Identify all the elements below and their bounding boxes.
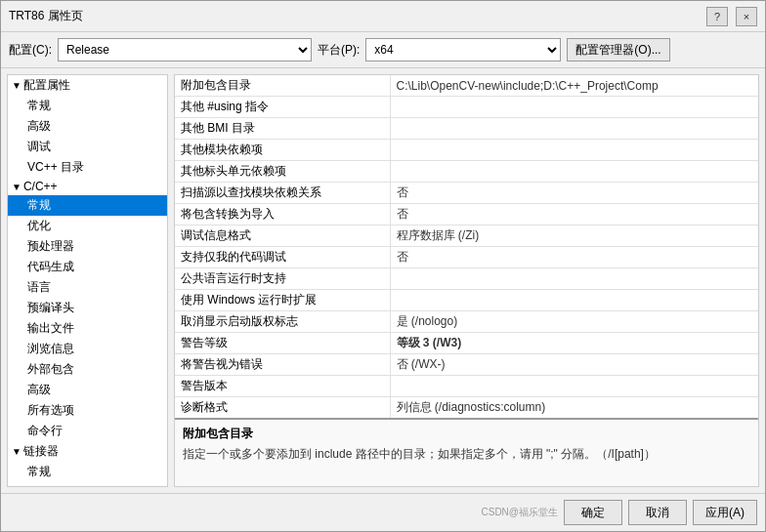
sidebar-item-preprocessor[interactable]: 预处理器: [8, 236, 167, 257]
prop-value: [390, 161, 758, 183]
prop-value: 否: [390, 247, 758, 268]
prop-value: 否: [390, 204, 758, 225]
prop-value: 否 (/WX-): [390, 354, 758, 376]
prop-name: 其他标头单元依赖项: [175, 161, 390, 183]
sidebar-item-cpp-advanced[interactable]: 高级: [8, 380, 167, 400]
arrow-icon-cpp: ▼: [12, 182, 21, 192]
prop-value: [390, 118, 758, 140]
sidebar: ▼ 配置属性 常规 高级 调试 VC++ 目录 ▼ C/C++ 常规 优化 预处…: [7, 74, 168, 487]
sidebar-item-general[interactable]: 常规: [8, 96, 167, 116]
prop-value: [390, 268, 758, 290]
sidebar-group-linker[interactable]: ▼ 链接器: [8, 441, 167, 462]
prop-value: 列信息 (/diagnostics:column): [390, 397, 758, 419]
platform-label: 平台(P):: [318, 42, 360, 59]
prop-name: 将包含转换为导入: [175, 204, 390, 225]
prop-value: 否: [390, 183, 758, 204]
sidebar-item-precompiled[interactable]: 预编译头: [8, 298, 167, 318]
sidebar-group-config-props[interactable]: ▼ 配置属性: [8, 75, 167, 96]
sidebar-group-cpp[interactable]: ▼ C/C++: [8, 178, 167, 195]
prop-value: C:\Lib\OpenCV-new\include;D:\C++_Project…: [390, 75, 758, 97]
sidebar-item-cpp-general[interactable]: 常规: [8, 195, 167, 216]
sidebar-item-cmd-line[interactable]: 命令行: [8, 421, 167, 441]
table-row[interactable]: 将警告视为错误否 (/WX-): [175, 354, 758, 376]
table-row[interactable]: 诊断格式列信息 (/diagnostics:column): [175, 397, 758, 419]
prop-value: 等级 3 (/W3): [390, 333, 758, 354]
sidebar-item-linker-general[interactable]: 常规: [8, 462, 167, 482]
ok-button[interactable]: 确定: [564, 500, 622, 525]
bottom-bar: CSDN@福乐堂生 确定 取消 应用(A): [1, 493, 765, 531]
prop-name: 将警告视为错误: [175, 354, 390, 376]
table-row[interactable]: 警告等级等级 3 (/W3): [175, 333, 758, 354]
prop-name: 警告版本: [175, 376, 390, 397]
prop-name: 其他 #using 指令: [175, 97, 390, 118]
prop-name: 取消显示启动版权标志: [175, 311, 390, 333]
table-row[interactable]: 其他 BMI 目录: [175, 118, 758, 140]
prop-value: 程序数据库 (/Zi): [390, 225, 758, 247]
prop-value: 是 (/nologo): [390, 311, 758, 333]
prop-name: 其他模块依赖项: [175, 140, 390, 161]
content-area: ▼ 配置属性 常规 高级 调试 VC++ 目录 ▼ C/C++ 常规 优化 预处…: [1, 68, 765, 493]
table-row[interactable]: 支持仅我的代码调试否: [175, 247, 758, 268]
prop-name: 诊断格式: [175, 397, 390, 419]
table-row[interactable]: 调试信息格式程序数据库 (/Zi): [175, 225, 758, 247]
sidebar-item-vc-dirs[interactable]: VC++ 目录: [8, 157, 167, 178]
table-row[interactable]: 将包含转换为导入否: [175, 204, 758, 225]
sidebar-item-linker-input[interactable]: 输入: [8, 482, 167, 487]
sidebar-cpp-label: C/C++: [23, 180, 58, 193]
prop-name: 使用 Windows 运行时扩展: [175, 290, 390, 311]
sidebar-item-advanced[interactable]: 高级: [8, 116, 167, 137]
prop-name: 支持仅我的代码调试: [175, 247, 390, 268]
prop-table-container[interactable]: 附加包含目录C:\Lib\OpenCV-new\include;D:\C++_P…: [175, 75, 758, 418]
table-row[interactable]: 其他标头单元依赖项: [175, 161, 758, 183]
sidebar-item-browse-info[interactable]: 浏览信息: [8, 339, 167, 359]
prop-value: [390, 97, 758, 118]
table-row[interactable]: 警告版本: [175, 376, 758, 397]
platform-select[interactable]: x64 x86 所有平台: [365, 38, 561, 61]
prop-name: 警告等级: [175, 333, 390, 354]
sidebar-linker-label: 链接器: [23, 443, 59, 460]
property-panel: 附加包含目录C:\Lib\OpenCV-new\include;D:\C++_P…: [174, 74, 759, 487]
prop-name: 公共语言运行时支持: [175, 268, 390, 290]
dialog-title: TRT86 属性页: [9, 8, 83, 24]
prop-name: 扫描源以查找模块依赖关系: [175, 183, 390, 204]
sidebar-item-language[interactable]: 语言: [8, 277, 167, 298]
title-bar: TRT86 属性页 ? ×: [1, 1, 765, 32]
close-button[interactable]: ×: [736, 7, 757, 26]
table-row[interactable]: 扫描源以查找模块依赖关系否: [175, 183, 758, 204]
property-table: 附加包含目录C:\Lib\OpenCV-new\include;D:\C++_P…: [175, 75, 758, 418]
table-row[interactable]: 其他 #using 指令: [175, 97, 758, 118]
prop-value: [390, 140, 758, 161]
sidebar-item-optimization[interactable]: 优化: [8, 216, 167, 236]
dialog: TRT86 属性页 ? × 配置(C): Release Debug 所有配置 …: [0, 0, 766, 532]
prop-name: 调试信息格式: [175, 225, 390, 247]
sidebar-item-output-files[interactable]: 输出文件: [8, 318, 167, 339]
arrow-icon: ▼: [12, 80, 21, 91]
prop-value: [390, 376, 758, 397]
prop-name: 其他 BMI 目录: [175, 118, 390, 140]
sidebar-item-all-options[interactable]: 所有选项: [8, 400, 167, 421]
config-label: 配置(C):: [9, 42, 52, 59]
table-row[interactable]: 附加包含目录C:\Lib\OpenCV-new\include;D:\C++_P…: [175, 75, 758, 97]
toolbar: 配置(C): Release Debug 所有配置 平台(P): x64 x86…: [1, 32, 765, 68]
prop-value: [390, 290, 758, 311]
watermark: CSDN@福乐堂生: [482, 506, 559, 519]
sidebar-item-code-gen[interactable]: 代码生成: [8, 257, 167, 277]
table-row[interactable]: 取消显示启动版权标志是 (/nologo): [175, 311, 758, 333]
config-select[interactable]: Release Debug 所有配置: [58, 38, 312, 61]
sidebar-item-external-inc[interactable]: 外部包含: [8, 359, 167, 380]
title-buttons: ? ×: [706, 7, 757, 26]
config-manager-button[interactable]: 配置管理器(O)...: [567, 38, 669, 61]
sidebar-item-debug[interactable]: 调试: [8, 137, 167, 157]
table-row[interactable]: 其他模块依赖项: [175, 140, 758, 161]
arrow-icon-linker: ▼: [12, 446, 21, 457]
sidebar-item-label: 配置属性: [23, 77, 70, 94]
prop-name: 附加包含目录: [175, 75, 390, 97]
table-row[interactable]: 公共语言运行时支持: [175, 268, 758, 290]
description-area: 附加包含目录 指定一个或多个要添加到 include 路径中的目录；如果指定多个…: [175, 418, 758, 486]
apply-button[interactable]: 应用(A): [693, 500, 757, 525]
help-button[interactable]: ?: [706, 7, 728, 26]
description-title: 附加包含目录: [183, 426, 750, 442]
description-text: 指定一个或多个要添加到 include 路径中的目录；如果指定多个，请用 ";"…: [183, 446, 750, 463]
cancel-button[interactable]: 取消: [628, 500, 687, 525]
table-row[interactable]: 使用 Windows 运行时扩展: [175, 290, 758, 311]
